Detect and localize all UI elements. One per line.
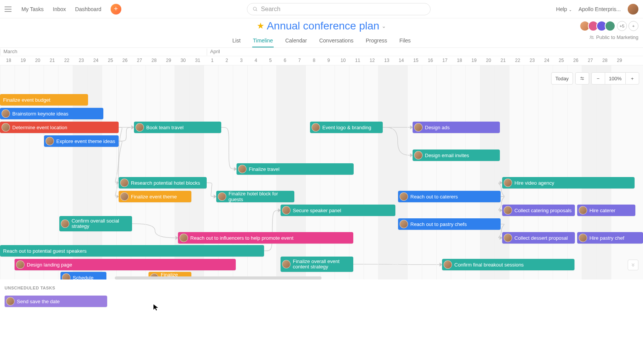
day-label: 7: [292, 58, 307, 63]
day-label: 20: [481, 58, 496, 63]
settings-button[interactable]: [575, 72, 589, 84]
day-label: 3: [234, 58, 248, 63]
nav-dashboard[interactable]: Dashboard: [75, 6, 101, 12]
task-bar[interactable]: Explore event theme ideas: [44, 135, 119, 147]
assignee-avatar: [62, 273, 70, 280]
assignee-avatar: [504, 179, 512, 187]
svg-point-3: [592, 36, 593, 37]
assignee-avatar: [120, 192, 129, 201]
month-label: April: [207, 49, 220, 55]
day-label: 11: [351, 58, 365, 63]
unscheduled-heading: UNSCHEDULED TASKS: [5, 286, 638, 290]
day-label: 24: [89, 58, 103, 63]
task-bar[interactable]: Schedule: [60, 272, 106, 280]
day-label: 16: [423, 58, 437, 63]
quick-add-button[interactable]: +: [111, 4, 121, 15]
nav-inbox[interactable]: Inbox: [53, 6, 66, 12]
svg-point-2: [590, 36, 592, 37]
task-label: Event logo & branding: [322, 125, 371, 130]
day-label: 25: [554, 58, 568, 63]
assignee-avatar: [312, 123, 320, 132]
member-avatar[interactable]: [605, 21, 615, 31]
task-bar[interactable]: Collect catering proposals: [502, 205, 575, 216]
task-label: Send save the date: [17, 299, 60, 304]
task-bar[interactable]: Research potential hotel blocks: [119, 177, 207, 188]
task-bar[interactable]: Determine event location: [0, 122, 119, 133]
day-label: 5: [263, 58, 277, 63]
tab-progress[interactable]: Progress: [365, 34, 388, 47]
assignee-avatar: [444, 260, 452, 269]
task-bar[interactable]: Hire caterer: [577, 205, 635, 216]
assignee-avatar: [579, 206, 587, 214]
assignee-avatar: [504, 206, 512, 214]
expand-button[interactable]: [628, 260, 638, 270]
nav-my-tasks[interactable]: My Tasks: [21, 6, 44, 12]
task-bar[interactable]: Design ads: [413, 122, 500, 133]
task-label: Collect dessert proposal: [514, 235, 568, 241]
task-bar[interactable]: Reach out to pastry chefs: [398, 218, 501, 230]
task-bar[interactable]: Secure speaker panel: [281, 205, 395, 216]
tab-files[interactable]: Files: [398, 34, 411, 47]
day-label: 12: [365, 58, 379, 63]
search-input[interactable]: Search: [247, 3, 431, 15]
member-overflow[interactable]: +5: [617, 21, 627, 31]
tab-conversations[interactable]: Conversations: [318, 34, 354, 47]
project-privacy[interactable]: Public to Marketing: [589, 34, 638, 40]
menu-icon[interactable]: [5, 5, 14, 14]
workspace-switcher[interactable]: Apollo Enterpris...: [579, 6, 621, 12]
day-label: 23: [74, 58, 88, 63]
assignee-avatar: [282, 260, 290, 268]
star-icon[interactable]: ★: [257, 21, 264, 31]
task-bar[interactable]: Collect dessert proposal: [502, 232, 575, 244]
task-bar[interactable]: Design email invites: [413, 150, 500, 161]
task-bar[interactable]: Finalize overall event content strategy: [281, 257, 353, 272]
timeline-canvas[interactable]: Today − 100% + Finalize event budgetBrai…: [0, 65, 643, 280]
day-label: 29: [162, 58, 176, 63]
day-label: 4: [249, 58, 263, 63]
day-label: 10: [336, 58, 350, 63]
task-bar[interactable]: Design landing page: [15, 259, 236, 270]
task-bar[interactable]: Hire video agency: [502, 177, 635, 188]
day-label: 31: [191, 58, 205, 63]
project-title[interactable]: Annual conference plan: [267, 20, 379, 32]
task-bar[interactable]: Reach out to potential guest speakers: [0, 245, 264, 257]
assignee-avatar: [414, 123, 423, 132]
task-bar[interactable]: Event logo & branding: [310, 122, 383, 133]
month-label: March: [0, 49, 17, 55]
task-bar[interactable]: Confirm overall social strategy: [59, 216, 132, 231]
task-bar[interactable]: Finalize event theme: [119, 191, 191, 202]
assignee-avatar: [46, 137, 54, 145]
horizontal-scrollbar[interactable]: [115, 276, 322, 280]
task-label: Design email invites: [425, 153, 469, 158]
task-bar[interactable]: Finalize travel: [237, 163, 354, 175]
zoom-out-button[interactable]: −: [591, 72, 605, 84]
task-bar[interactable]: Finalize hotel block for guests: [216, 191, 294, 202]
add-member-button[interactable]: +: [628, 21, 638, 31]
tab-timeline[interactable]: Timeline: [252, 34, 274, 47]
task-bar[interactable]: Reach out to caterers: [398, 191, 501, 202]
unscheduled-task[interactable]: Send save the date: [5, 296, 107, 307]
search-placeholder: Search: [261, 6, 281, 13]
task-bar[interactable]: Reach out to influencers to help promote…: [178, 232, 353, 244]
day-label: 30: [176, 58, 190, 63]
task-label: Design landing page: [27, 262, 72, 268]
task-label: Confirm final breakout sessions: [454, 262, 524, 268]
day-label: 21: [496, 58, 510, 63]
task-bar[interactable]: Confirm final breakout sessions: [442, 259, 574, 270]
task-bar[interactable]: Finalize event budget: [0, 94, 88, 106]
task-bar[interactable]: Book team travel: [134, 122, 221, 133]
help-menu[interactable]: Help ⌄: [556, 6, 572, 12]
tab-calendar[interactable]: Calendar: [284, 34, 308, 47]
chevron-down-icon[interactable]: ⌄: [382, 23, 386, 29]
day-label: 28: [147, 58, 161, 63]
task-label: Collect catering proposals: [514, 208, 572, 213]
timeline-ruler: MarchApril 18192021222324252627282930311…: [0, 48, 643, 65]
today-button[interactable]: Today: [551, 72, 573, 84]
task-bar[interactable]: Brainstorm keynote ideas: [0, 108, 103, 119]
project-members[interactable]: +5 +: [582, 21, 638, 31]
tab-list[interactable]: List: [232, 34, 242, 47]
user-avatar[interactable]: [628, 4, 638, 15]
task-bar[interactable]: Hire pastry chef: [577, 232, 643, 244]
zoom-in-button[interactable]: +: [625, 72, 639, 84]
day-label: 2: [220, 58, 234, 63]
